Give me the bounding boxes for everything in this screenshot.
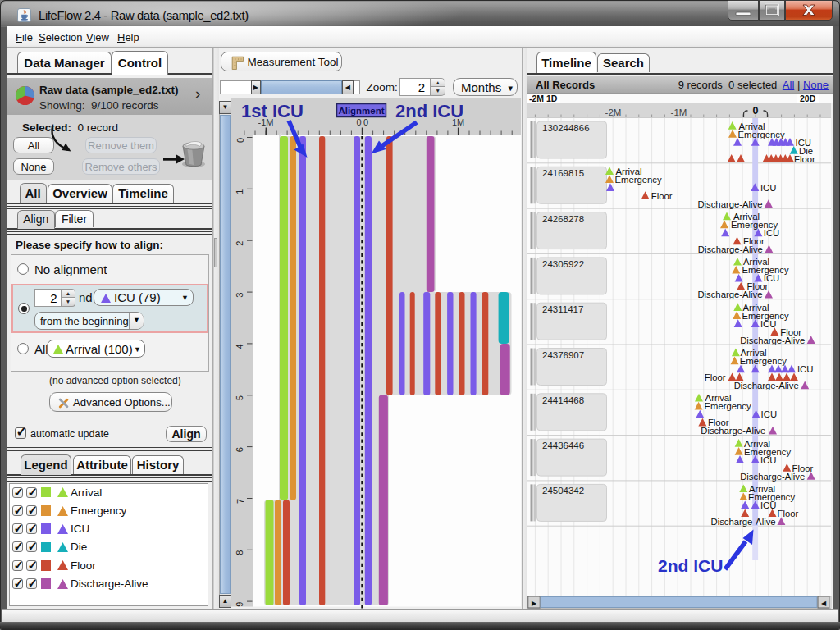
svg-text:Alignment: Alignment: [338, 106, 384, 116]
svg-text:4: 4: [235, 344, 245, 349]
svg-text:Discharge-Alive: Discharge-Alive: [740, 336, 805, 345]
svg-text:24376907: 24376907: [542, 350, 584, 360]
svg-text:2nd ICU: 2nd ICU: [658, 556, 723, 575]
svg-text:-2M 1D: -2M 1D: [529, 94, 558, 103]
svg-text:0: 0: [363, 117, 368, 127]
svg-text:24305922: 24305922: [542, 259, 584, 269]
svg-text:2nd ICU: 2nd ICU: [395, 101, 463, 121]
svg-text:ICU: ICU: [760, 500, 776, 510]
svg-text:Emergency: Emergency: [705, 401, 751, 411]
svg-text:ICU: ICU: [760, 319, 776, 329]
svg-text:1: 1: [235, 189, 245, 194]
svg-text:Floor: Floor: [705, 372, 726, 382]
svg-text:24311417: 24311417: [542, 304, 583, 314]
svg-text:Floor: Floor: [651, 191, 673, 201]
svg-text:Discharge-Alive: Discharge-Alive: [710, 517, 775, 527]
svg-text:Discharge-Alive: Discharge-Alive: [740, 472, 805, 482]
svg-text:0: 0: [356, 117, 361, 127]
svg-text:Floor: Floor: [778, 509, 799, 518]
svg-text:7: 7: [235, 499, 245, 504]
svg-text:20D: 20D: [800, 94, 816, 103]
svg-text:1st ICU: 1st ICU: [241, 101, 304, 121]
svg-text:9: 9: [235, 602, 245, 607]
svg-text:24414468: 24414468: [542, 395, 584, 405]
svg-text:24504342: 24504342: [542, 486, 584, 495]
svg-text:5: 5: [235, 395, 245, 400]
svg-text:ICU: ICU: [761, 409, 777, 419]
svg-text:130244866: 130244866: [542, 123, 590, 133]
svg-text:Discharge-Alive: Discharge-Alive: [701, 426, 765, 436]
svg-text:ICU: ICU: [760, 455, 776, 465]
svg-text:8: 8: [235, 550, 245, 555]
svg-text:3: 3: [235, 293, 245, 298]
svg-text:Emergency: Emergency: [615, 175, 662, 185]
svg-text:◀: ◀: [821, 600, 827, 607]
svg-text:ICU: ICU: [760, 183, 776, 193]
svg-text:Emergency: Emergency: [738, 130, 785, 139]
svg-text:Discharge-Alive: Discharge-Alive: [697, 290, 762, 299]
svg-text:-1M: -1M: [671, 107, 687, 117]
svg-text:0: 0: [235, 138, 245, 143]
svg-text:2: 2: [235, 241, 245, 246]
svg-text:24268278: 24268278: [542, 214, 584, 224]
svg-text:6: 6: [235, 447, 245, 452]
svg-text:24169815: 24169815: [542, 168, 584, 178]
svg-text:Emergency: Emergency: [740, 356, 787, 366]
svg-text:ICU: ICU: [797, 364, 813, 374]
svg-text:▶: ▶: [532, 600, 537, 607]
svg-text:Discharge-Alive: Discharge-Alive: [698, 244, 763, 254]
svg-text:Floor: Floor: [794, 154, 815, 164]
svg-text:Discharge-Alive: Discharge-Alive: [697, 199, 762, 209]
svg-text:ICU: ICU: [764, 228, 779, 238]
svg-text:Discharge-Alive: Discharge-Alive: [734, 381, 799, 390]
svg-text:24436446: 24436446: [542, 441, 584, 450]
